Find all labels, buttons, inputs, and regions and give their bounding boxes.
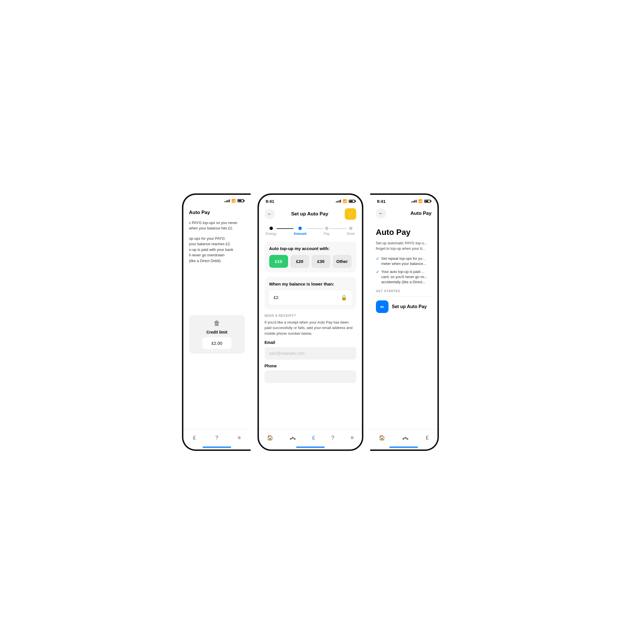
right-home-indicator (389, 447, 418, 448)
center-bottom-nav: 🏠 £ ? ≡ (259, 429, 362, 449)
balance-row: £2 🔒 (269, 290, 352, 305)
svg-point-0 (290, 438, 291, 439)
nav-payments[interactable]: £ (312, 435, 315, 441)
auto-pay-title: Auto Pay (376, 228, 432, 237)
step-energy: Energy (266, 227, 277, 236)
balance-card: When my balance is lower than: £2 🔒 (265, 277, 356, 309)
step-amount: Amount (294, 227, 306, 236)
stepper-line-3 (330, 228, 347, 229)
right-content: Auto Pay Set up automatic PAYG top-u... … (370, 222, 437, 319)
svg-point-6 (405, 437, 406, 438)
right-nav-payments[interactable]: £ (426, 435, 429, 441)
stepper-line-2 (307, 228, 324, 229)
receipt-text: If you'd like a receipt when your Auto P… (265, 320, 356, 336)
nav-item-help[interactable]: ? (215, 435, 218, 441)
email-label: Email (265, 340, 356, 345)
right-bottom-nav: 🏠 £ (370, 429, 437, 449)
svg-point-2 (294, 438, 295, 439)
right-phone: 9:41 📶 ← Auto Pay Auto Pay Set up automa… (370, 193, 439, 451)
auto-pay-desc: Set up automatic PAYG top-u... forget to… (376, 240, 432, 251)
credit-value: £2.00 (202, 337, 231, 349)
right-nav-home[interactable]: 🏠 (379, 435, 385, 441)
center-phone: 9:41 📶 ← Set up Auto Pay ⚡ Energy (257, 193, 363, 451)
lock-icon: 🔒 (341, 294, 347, 301)
amount-btn-30[interactable]: £30 (312, 255, 330, 268)
svg-line-8 (404, 438, 405, 439)
nav-usage[interactable] (290, 435, 296, 440)
step-dot-done (349, 227, 352, 230)
receipt-label: NEED A RECEIPT? (265, 314, 356, 317)
credit-label: Credit limit (206, 330, 227, 334)
setup-autopay-button[interactable]: ∞ Set up Auto Pay (376, 300, 432, 313)
email-input[interactable]: sam@example.com (265, 347, 356, 360)
check-item-2: ✓ Your auto top-up is paid ... card, so … (376, 269, 432, 285)
infinity-icon: ∞ (376, 300, 389, 313)
scene: 📶 Auto Pay c PAYG top-ups so you never w… (171, 182, 474, 462)
right-back-button[interactable]: ← (376, 208, 386, 219)
phone-label: Phone (265, 364, 356, 368)
svg-line-3 (291, 438, 292, 439)
amount-grid: £10 £20 £30 Other (269, 255, 352, 268)
step-pay: Pay (324, 227, 330, 236)
left-bottom-nav: £ ? ≡ (183, 429, 251, 449)
amount-btn-10[interactable]: £10 (269, 255, 288, 268)
nav-item-pound[interactable]: £ (193, 435, 196, 441)
left-description: c PAYG top-ups so you never when your ba… (189, 220, 245, 231)
center-nav-title: Set up Auto Pay (291, 211, 328, 217)
credit-section: 🗑 Credit limit £2.00 (189, 315, 245, 354)
trash-icon: 🗑 (214, 320, 220, 327)
check-text-1: Set repeat top-ups for yo... meter when … (381, 256, 432, 266)
nav-menu[interactable]: ≡ (350, 435, 354, 441)
right-status-bar: 9:41 📶 (370, 195, 437, 206)
step-dot-pay (325, 227, 328, 230)
center-home-indicator (296, 447, 325, 448)
stepper-line-1 (277, 228, 294, 229)
center-content: Auto top-up my account with: £10 £20 £30… (259, 239, 362, 390)
svg-point-7 (407, 438, 408, 439)
left-title: Auto Pay (189, 210, 245, 215)
step-dot-energy (270, 227, 273, 230)
check-text-2: Your auto top-up is paid ... card, so yo… (381, 269, 432, 285)
right-nav-header: ← Auto Pay (370, 206, 437, 222)
center-status-bar: 9:41 📶 (259, 195, 362, 206)
svg-line-4 (293, 438, 294, 439)
step-label-done: Done (347, 232, 355, 236)
right-nav-title: Auto Pay (411, 211, 432, 216)
stepper: Energy Amount Pay Done (259, 223, 362, 239)
amount-btn-20[interactable]: £20 (290, 255, 309, 268)
check-item-1: ✓ Set repeat top-ups for yo... meter whe… (376, 256, 432, 266)
nav-home[interactable]: 🏠 (267, 435, 273, 441)
amount-btn-other[interactable]: Other (333, 255, 352, 268)
check-icon-2: ✓ (376, 270, 379, 275)
phone-input[interactable] (265, 370, 356, 383)
receipt-section: NEED A RECEIPT? If you'd like a receipt … (265, 314, 356, 383)
center-nav-header: ← Set up Auto Pay ⚡ (259, 206, 362, 223)
svg-point-1 (292, 437, 293, 438)
left-description-2: op-ups for your PAYG your balance reache… (189, 236, 245, 264)
step-dot-amount (298, 227, 302, 230)
home-indicator (203, 447, 231, 448)
step-label-pay: Pay (324, 232, 330, 236)
left-content: Auto Pay c PAYG top-ups so you never whe… (183, 205, 251, 358)
nav-help[interactable]: ? (331, 435, 334, 441)
right-time: 9:41 (377, 199, 386, 204)
step-done: Done (347, 227, 355, 236)
left-status-bar: 📶 (183, 195, 251, 205)
topup-card-title: Auto top-up my account with: (269, 246, 352, 251)
topup-card: Auto top-up my account with: £10 £20 £30… (265, 241, 356, 272)
step-label-energy: Energy (266, 232, 277, 236)
right-nav-usage[interactable] (402, 435, 409, 440)
back-button[interactable]: ← (265, 209, 275, 219)
setup-btn-label: Set up Auto Pay (392, 304, 427, 309)
check-icon-1: ✓ (376, 256, 379, 261)
step-label-amount: Amount (294, 232, 306, 236)
lightning-button[interactable]: ⚡ (345, 208, 356, 220)
center-time: 9:41 (266, 199, 274, 204)
balance-value: £2 (274, 295, 279, 300)
svg-line-9 (406, 438, 407, 439)
nav-item-menu[interactable]: ≡ (238, 435, 241, 441)
left-phone: 📶 Auto Pay c PAYG top-ups so you never w… (182, 193, 251, 451)
svg-point-5 (403, 438, 404, 439)
balance-card-title: When my balance is lower than: (269, 282, 352, 286)
get-started-label: GET STARTED (376, 289, 432, 293)
